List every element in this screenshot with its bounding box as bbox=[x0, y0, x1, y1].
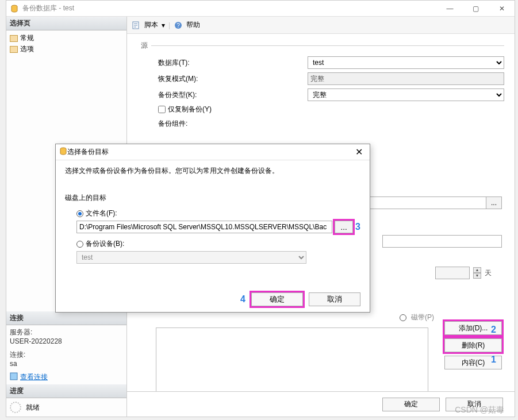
disk-target-label: 磁盘上的目标 bbox=[65, 193, 360, 203]
copy-only-checkbox[interactable] bbox=[158, 106, 166, 113]
conn-label: 连接: bbox=[10, 350, 123, 360]
device-radio-label: 备份设备(B): bbox=[86, 239, 124, 249]
database-icon bbox=[10, 4, 19, 13]
maximize-button[interactable]: ▢ bbox=[463, 1, 489, 17]
watermark: CSDN @菇毒 bbox=[455, 405, 504, 415]
conn-value: sa bbox=[10, 360, 123, 368]
recovery-field bbox=[308, 72, 504, 85]
destination-list[interactable] bbox=[156, 327, 428, 391]
sidebar-item-general[interactable]: 常规 bbox=[10, 33, 123, 44]
page-icon bbox=[10, 35, 18, 42]
days-label: 天 bbox=[485, 268, 492, 278]
toolbar: 脚本 ▾ | ? 帮助 bbox=[127, 17, 515, 34]
file-radio[interactable] bbox=[76, 210, 83, 217]
sidebar-item-options[interactable]: 选项 bbox=[10, 44, 123, 55]
annotation-1: 1 bbox=[491, 355, 496, 365]
browse-button[interactable]: ... bbox=[335, 221, 353, 233]
annotation-4: 4 bbox=[240, 294, 245, 305]
backup-type-select[interactable]: 完整 bbox=[308, 88, 504, 101]
backup-component-label: 备份组件: bbox=[158, 119, 308, 129]
minimize-button[interactable]: — bbox=[437, 1, 463, 17]
close-button[interactable]: ✕ bbox=[489, 1, 515, 17]
annotation-3: 3 bbox=[355, 222, 360, 232]
copy-only-label: 仅复制备份(Y) bbox=[168, 105, 212, 114]
tape-radio[interactable] bbox=[400, 314, 406, 321]
progress-spinner-icon bbox=[10, 402, 21, 413]
tape-label: 磁带(P) bbox=[411, 313, 434, 322]
device-select: test bbox=[76, 251, 306, 264]
file-radio-label: 文件名(F): bbox=[86, 209, 117, 218]
server-value: USER-20220228 bbox=[10, 337, 123, 345]
annotation-2: 2 bbox=[491, 325, 496, 335]
modal-ok-button[interactable]: 确定 bbox=[251, 292, 303, 306]
backup-type-label: 备份类型(K): bbox=[158, 90, 308, 100]
view-connection-link[interactable]: 查看连接 bbox=[20, 372, 48, 382]
titlebar: 备份数据库 - test — ▢ ✕ bbox=[6, 1, 515, 17]
connection-icon bbox=[10, 372, 18, 382]
chevron-down-icon: ▾ bbox=[162, 21, 165, 29]
modal-cancel-button[interactable]: 取消 bbox=[309, 292, 360, 306]
help-button[interactable]: 帮助 bbox=[186, 20, 200, 30]
sidebar-item-label: 选项 bbox=[20, 44, 34, 54]
progress-header: 进度 bbox=[6, 384, 126, 398]
script-dropdown[interactable]: 脚本 bbox=[144, 20, 158, 30]
ok-button[interactable]: 确定 bbox=[382, 398, 440, 411]
file-path-input[interactable] bbox=[76, 221, 332, 233]
spin-down-icon[interactable]: ▼ bbox=[473, 273, 481, 279]
svg-rect-1 bbox=[10, 373, 17, 380]
device-radio[interactable] bbox=[76, 241, 83, 248]
page-icon bbox=[10, 46, 18, 53]
remove-button[interactable]: 删除(R) bbox=[444, 338, 502, 352]
script-icon bbox=[132, 21, 141, 30]
database-select[interactable]: test bbox=[308, 56, 504, 69]
source-group-label: 源 bbox=[141, 41, 148, 51]
secondary-input[interactable] bbox=[382, 235, 502, 248]
select-page-header: 选择页 bbox=[6, 17, 126, 30]
progress-status: 就绪 bbox=[26, 403, 40, 413]
modal-description: 选择文件或备份设备作为备份目标。您可以为常用文件创建备份设备。 bbox=[65, 166, 360, 176]
days-spinner[interactable] bbox=[435, 267, 470, 279]
sidebar-item-label: 常规 bbox=[20, 33, 34, 43]
window-title: 备份数据库 - test bbox=[22, 3, 74, 13]
modal-close-button[interactable]: ✕ bbox=[352, 147, 366, 157]
database-icon bbox=[59, 147, 67, 157]
modal-title: 选择备份目标 bbox=[67, 147, 109, 157]
recovery-label: 恢复模式(M): bbox=[158, 74, 308, 84]
browse-main-button[interactable]: ... bbox=[486, 196, 502, 209]
svg-text:?: ? bbox=[176, 22, 180, 29]
database-label: 数据库(T): bbox=[158, 58, 308, 68]
connection-header: 连接 bbox=[6, 311, 126, 325]
help-icon: ? bbox=[174, 21, 183, 30]
select-backup-dest-dialog: 选择备份目标 ✕ 选择文件或备份设备作为备份目标。您可以为常用文件创建备份设备。… bbox=[55, 144, 370, 313]
spin-up-icon[interactable]: ▲ bbox=[473, 267, 481, 273]
server-label: 服务器: bbox=[10, 327, 123, 337]
